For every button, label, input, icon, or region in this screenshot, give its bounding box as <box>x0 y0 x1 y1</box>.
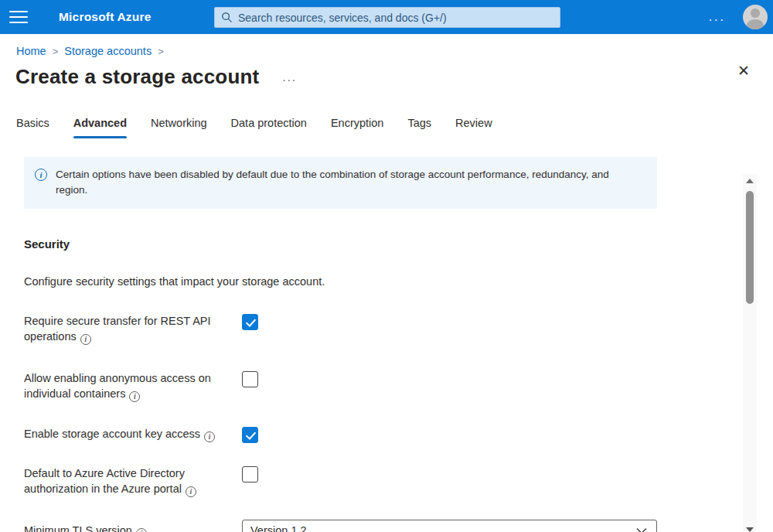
info-icon: i <box>35 169 47 181</box>
security-section-title: Security <box>24 237 773 251</box>
secure-transfer-checkbox[interactable] <box>242 314 258 330</box>
info-icon[interactable]: i <box>136 528 147 532</box>
tls-version-select[interactable]: Version 1.2 <box>242 520 657 532</box>
form-row-key-access: Enable storage account key accessi <box>24 425 657 443</box>
info-banner: i Certain options have been disabled by … <box>24 157 657 209</box>
avatar-body-icon <box>747 19 764 29</box>
form-row-tls-version: Minimum TLS versioni Version 1.2 <box>24 520 657 532</box>
field-label: Minimum TLS versioni <box>24 522 242 532</box>
info-icon[interactable]: i <box>204 431 215 442</box>
tab-basics[interactable]: Basics <box>16 117 49 138</box>
info-banner-text: Certain options have been disabled by de… <box>56 167 628 198</box>
field-label: Enable storage account key accessi <box>24 425 242 442</box>
top-nav: Microsoft Azure Search resources, servic… <box>0 0 773 34</box>
key-access-checkbox[interactable] <box>242 427 258 443</box>
info-icon[interactable]: i <box>80 334 91 345</box>
tab-tags[interactable]: Tags <box>407 117 431 138</box>
scrollbar <box>743 174 757 532</box>
top-right-actions: ... <box>706 0 773 34</box>
form-row-aad-default: Default to Azure Active Directory author… <box>24 465 657 497</box>
tab-review[interactable]: Review <box>455 117 492 138</box>
breadcrumb-home[interactable]: Home <box>16 45 46 57</box>
field-label: Require secure transfer for REST API ope… <box>24 312 242 345</box>
tab-data-protection[interactable]: Data protection <box>231 117 307 138</box>
advanced-tab-content: i Certain options have been disabled by … <box>0 138 773 532</box>
breadcrumb-separator: > <box>53 46 59 57</box>
tls-version-value: Version 1.2 <box>250 524 307 532</box>
azure-brand: Microsoft Azure <box>59 10 152 24</box>
breadcrumb: Home > Storage accounts > <box>0 34 773 57</box>
security-section-description: Configure security settings that impact … <box>24 275 773 288</box>
info-icon[interactable]: i <box>186 486 196 497</box>
more-icon[interactable]: ... <box>706 10 729 24</box>
page-title: Create a storage account <box>15 65 259 89</box>
tab-networking[interactable]: Networking <box>151 117 207 138</box>
info-icon[interactable]: i <box>129 391 140 402</box>
page-more-icon[interactable]: ... <box>282 74 297 80</box>
breadcrumb-separator: > <box>158 46 164 57</box>
scroll-down-icon[interactable] <box>745 527 754 532</box>
chevron-down-icon <box>636 527 647 532</box>
search-input[interactable]: Search resources, services, and docs (G+… <box>214 7 560 28</box>
form-row-secure-transfer: Require secure transfer for REST API ope… <box>24 312 657 345</box>
search-icon <box>221 12 233 23</box>
menu-icon[interactable] <box>0 0 37 34</box>
anonymous-access-checkbox[interactable] <box>242 371 258 387</box>
tab-advanced[interactable]: Advanced <box>73 117 127 138</box>
field-label: Allow enabling anonymous access on indiv… <box>24 370 242 402</box>
tab-bar: Basics Advanced Networking Data protecti… <box>0 89 773 138</box>
form-row-anonymous-access: Allow enabling anonymous access on indiv… <box>24 370 657 402</box>
close-icon[interactable]: ✕ <box>737 63 750 78</box>
aad-default-checkbox[interactable] <box>242 466 258 483</box>
avatar-head-icon <box>751 9 760 18</box>
scrollbar-thumb[interactable] <box>746 191 754 304</box>
title-bar: Create a storage account ... ✕ <box>0 57 773 89</box>
tab-encryption[interactable]: Encryption <box>331 117 384 138</box>
search-placeholder: Search resources, services, and docs (G+… <box>238 12 447 24</box>
avatar[interactable] <box>743 5 768 29</box>
field-label: Default to Azure Active Directory author… <box>24 465 242 497</box>
breadcrumb-storage-accounts[interactable]: Storage accounts <box>64 45 152 57</box>
scroll-up-icon[interactable] <box>745 177 754 185</box>
